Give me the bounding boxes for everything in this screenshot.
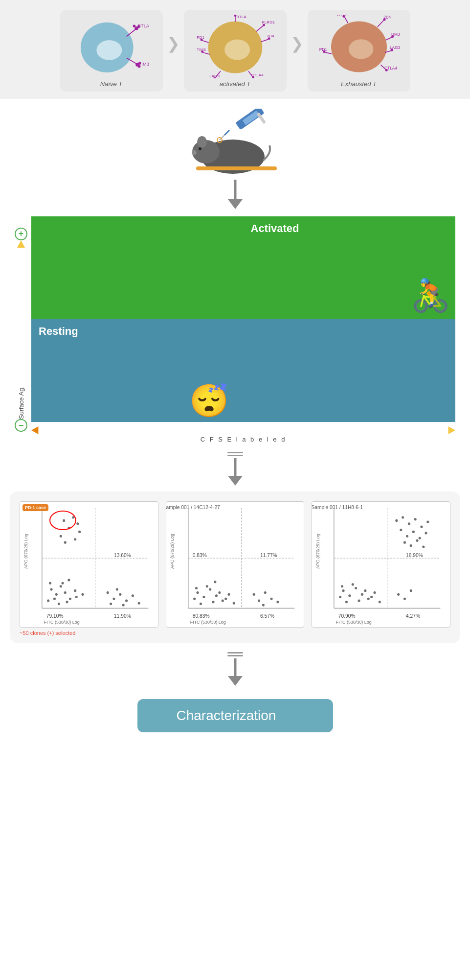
scatter-plot-1: 79.10% 11.90% 13.60% FITC (530/30) Log A… bbox=[20, 502, 158, 627]
plot-3-box: Sample 001 / 11H8-6-1 bbox=[312, 501, 450, 628]
svg-point-164 bbox=[374, 591, 376, 594]
pd1-badge: PD-1 case bbox=[22, 504, 48, 511]
svg-point-185 bbox=[410, 589, 412, 592]
svg-line-57 bbox=[224, 130, 229, 135]
svg-point-161 bbox=[358, 600, 360, 602]
svg-point-182 bbox=[423, 546, 425, 548]
svg-point-178 bbox=[425, 532, 427, 534]
svg-marker-75 bbox=[228, 476, 243, 486]
tcell-progression-section: BTLA TIM3 Naïve T ❯ BTLA PD1 KLRG1 bbox=[0, 0, 470, 99]
activated-t-cell-box: BTLA PD1 KLRG1 2B4 TIM3 LAG3 CTLA4 bbox=[184, 10, 287, 92]
svg-text:BTLA: BTLA bbox=[236, 15, 246, 19]
svg-point-84 bbox=[69, 598, 71, 600]
down-arrow-gray-svg bbox=[221, 177, 250, 211]
svg-point-83 bbox=[64, 591, 67, 594]
svg-point-86 bbox=[53, 598, 56, 600]
characterization-section: Characterization bbox=[0, 692, 470, 747]
svg-rect-66 bbox=[196, 166, 277, 170]
svg-point-90 bbox=[75, 596, 78, 598]
svg-text:CTLA4: CTLA4 bbox=[251, 73, 264, 77]
svg-text:PD1: PD1 bbox=[319, 47, 327, 52]
svg-point-129 bbox=[212, 601, 214, 603]
svg-point-124 bbox=[209, 588, 211, 591]
svg-point-122 bbox=[196, 591, 199, 594]
svg-marker-70 bbox=[17, 240, 25, 248]
svg-point-97 bbox=[76, 522, 79, 525]
svg-point-131 bbox=[224, 598, 227, 600]
svg-text:11.77%: 11.77% bbox=[260, 553, 277, 558]
minus-indicator: − bbox=[15, 419, 27, 432]
h-line-2 bbox=[227, 455, 243, 456]
svg-text:APC (670/29) Log: APC (670/29) Log bbox=[23, 534, 28, 569]
svg-point-168 bbox=[396, 519, 398, 522]
svg-point-108 bbox=[138, 602, 140, 605]
svg-point-170 bbox=[408, 522, 410, 525]
quadrant-bottom-left: Resting 😴 bbox=[31, 319, 244, 422]
svg-point-87 bbox=[58, 603, 60, 605]
naive-t-cell-box: BTLA TIM3 Naïve T bbox=[60, 10, 163, 92]
svg-text:2B4: 2B4 bbox=[267, 34, 274, 38]
svg-text:LAG3: LAG3 bbox=[389, 45, 400, 50]
svg-text:TIM3: TIM3 bbox=[197, 47, 206, 52]
svg-text:CTLA4: CTLA4 bbox=[384, 66, 397, 70]
svg-point-125 bbox=[215, 594, 218, 597]
svg-point-130 bbox=[218, 591, 221, 594]
svg-point-175 bbox=[406, 535, 408, 537]
svg-point-5 bbox=[133, 24, 135, 27]
naive-tcell-svg: BTLA TIM3 bbox=[70, 15, 153, 78]
svg-point-91 bbox=[81, 593, 84, 596]
svg-point-81 bbox=[55, 593, 58, 596]
y-axis-arrow-svg bbox=[16, 240, 26, 382]
svg-point-160 bbox=[352, 583, 354, 585]
svg-point-138 bbox=[258, 600, 260, 602]
svg-point-99 bbox=[78, 531, 81, 533]
cycling-emoji: 🚴 bbox=[411, 277, 450, 314]
svg-marker-192 bbox=[228, 676, 243, 686]
svg-point-36 bbox=[349, 39, 373, 59]
characterization-text: Characterization bbox=[177, 708, 276, 723]
svg-text:13.60%: 13.60% bbox=[114, 553, 131, 558]
plot-1-box: PD-1 case bbox=[20, 501, 158, 628]
svg-point-109 bbox=[110, 603, 112, 605]
quadrant-top-left bbox=[31, 216, 244, 319]
exhausted-tcell-svg: 2B4 BTLA TIM3 LAG3 PD1 CTLA4 bbox=[317, 15, 401, 78]
svg-text:Sample 001 / 11H8-6-1: Sample 001 / 11H8-6-1 bbox=[312, 505, 363, 510]
svg-point-64 bbox=[199, 147, 201, 150]
svg-text:PD1: PD1 bbox=[197, 35, 204, 40]
svg-point-163 bbox=[370, 596, 373, 598]
plot-2-wrap: Sample 001 / 14C12-4-27 bbox=[166, 501, 305, 628]
svg-point-139 bbox=[264, 591, 266, 594]
mouse-injection-section bbox=[0, 99, 470, 216]
svg-point-133 bbox=[193, 598, 196, 600]
svg-text:70.90%: 70.90% bbox=[338, 613, 356, 619]
plot-2-box: Sample 001 / 14C12-4-27 bbox=[166, 501, 305, 628]
naive-t-label: Naïve T bbox=[100, 80, 123, 88]
svg-point-85 bbox=[74, 589, 76, 592]
flow-plots-section: PD-1 case bbox=[10, 491, 460, 643]
flow-grid-container: Activated 🚴 Resting 😴 bbox=[31, 216, 455, 443]
svg-point-132 bbox=[227, 593, 230, 596]
plot-3-wrap: Sample 001 / 11H8-6-1 bbox=[312, 501, 450, 628]
svg-point-126 bbox=[221, 600, 224, 602]
svg-point-1 bbox=[96, 40, 122, 60]
clone-label: ~50 clones (+) selected bbox=[20, 630, 158, 636]
svg-text:79.10%: 79.10% bbox=[46, 613, 64, 619]
svg-point-89 bbox=[66, 601, 68, 603]
svg-point-158 bbox=[367, 598, 370, 600]
y-axis-wrap: + Surface Ag. − bbox=[15, 216, 27, 443]
svg-text:TIM3: TIM3 bbox=[138, 62, 149, 67]
svg-line-17 bbox=[202, 41, 208, 43]
svg-point-140 bbox=[270, 598, 272, 600]
second-double-arrow-section bbox=[0, 643, 470, 692]
svg-point-128 bbox=[205, 585, 208, 587]
svg-point-106 bbox=[125, 600, 128, 602]
svg-text:TIM3: TIM3 bbox=[390, 32, 400, 37]
svg-point-136 bbox=[214, 581, 216, 583]
svg-point-142 bbox=[262, 604, 265, 607]
svg-text:6.57%: 6.57% bbox=[260, 613, 274, 619]
exhausted-t-label: Exhausted T bbox=[341, 80, 377, 88]
svg-point-127 bbox=[200, 603, 202, 605]
svg-point-162 bbox=[364, 589, 367, 592]
svg-text:BTLA: BTLA bbox=[137, 23, 149, 28]
triple-lines-2 bbox=[227, 652, 243, 656]
